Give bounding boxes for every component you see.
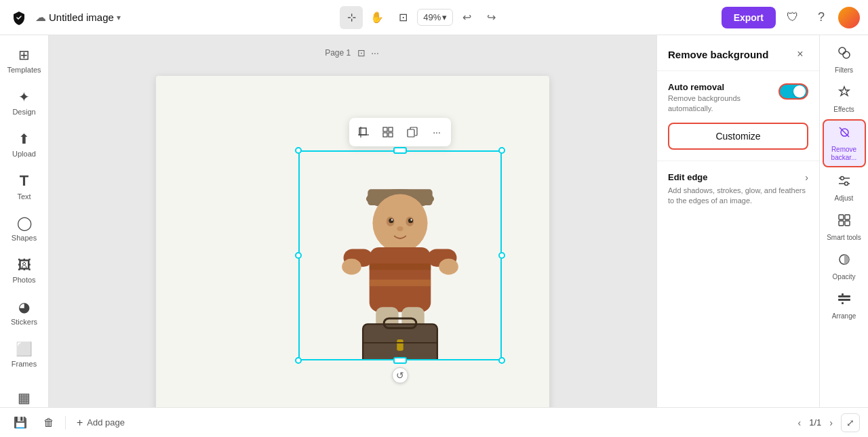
sidebar-item-stickers[interactable]: ◕ Stickers bbox=[3, 293, 46, 333]
handle-bottom-right[interactable] bbox=[498, 357, 505, 364]
zoom-control[interactable]: 49% ▾ bbox=[417, 9, 453, 26]
next-page-button[interactable]: › bbox=[827, 415, 835, 431]
page-label: Page 1 bbox=[325, 48, 351, 58]
sidebar-item-label: Photos bbox=[12, 276, 35, 285]
rp-item-effects[interactable]: Effects bbox=[823, 80, 866, 118]
stickers-icon: ◕ bbox=[18, 299, 30, 315]
sidebar-item-label: Frames bbox=[12, 360, 37, 369]
rp-item-adjust[interactable]: Adjust bbox=[823, 169, 866, 207]
frames-icon: ⬜ bbox=[16, 341, 33, 357]
handle-top-left[interactable] bbox=[295, 147, 302, 154]
document-title[interactable]: Untitled image bbox=[49, 12, 114, 23]
expand-button[interactable]: ⤢ bbox=[841, 413, 860, 432]
topbar: ☁ Untitled image ▾ ⊹ ✋ ⊡ 49% ▾ ↩ ↪ Expor… bbox=[0, 0, 868, 35]
sidebar-item-label: Upload bbox=[12, 150, 36, 159]
avatar[interactable] bbox=[838, 7, 860, 28]
panel-title: Remove background bbox=[668, 49, 768, 60]
sidebar-item-templates[interactable]: ⊞ Templates bbox=[3, 41, 46, 81]
delete-button[interactable]: 🗑 bbox=[38, 414, 60, 432]
svg-rect-41 bbox=[845, 215, 850, 220]
smart-crop-button[interactable] bbox=[376, 121, 399, 144]
customize-button[interactable]: Customize bbox=[668, 123, 808, 150]
duplicate-button[interactable] bbox=[401, 121, 424, 144]
edit-edge-chevron-icon[interactable]: › bbox=[805, 172, 808, 183]
save-to-disk-button[interactable]: 💾 bbox=[8, 413, 33, 432]
opacity-icon bbox=[837, 252, 852, 270]
upload-icon: ⬆ bbox=[18, 131, 30, 147]
delete-icon: 🗑 bbox=[43, 417, 54, 429]
auto-removal-desc: Remove backgrounds automatically. bbox=[668, 93, 773, 115]
effects-icon bbox=[837, 85, 852, 103]
export-button[interactable]: Export bbox=[722, 7, 776, 28]
auto-removal-title: Auto removal bbox=[668, 82, 773, 92]
svg-point-14 bbox=[408, 218, 413, 223]
svg-point-10 bbox=[372, 194, 427, 252]
sidebar-item-photos[interactable]: 🖼 Photos bbox=[3, 251, 46, 291]
redo-button[interactable]: ↪ bbox=[480, 7, 502, 28]
rp-item-label: Remove backar... bbox=[827, 146, 862, 162]
undo-button[interactable]: ↩ bbox=[456, 7, 477, 28]
more-options-button[interactable]: ··· bbox=[425, 121, 448, 144]
prev-page-button[interactable]: ‹ bbox=[795, 415, 804, 431]
svg-rect-43 bbox=[845, 221, 850, 226]
rp-item-remove-bg[interactable]: Remove backar... bbox=[823, 119, 866, 167]
sidebar-item-label: Design bbox=[12, 108, 35, 117]
pan-tool-button[interactable]: ✋ bbox=[366, 6, 389, 29]
image-toolbar: ··· bbox=[349, 118, 451, 146]
sidebar-item-shapes[interactable]: ◯ Shapes bbox=[3, 209, 46, 249]
rotate-handle[interactable]: ↺ bbox=[392, 367, 408, 383]
svg-point-24 bbox=[439, 259, 458, 275]
bottom-separator bbox=[65, 416, 66, 430]
handle-top-center[interactable] bbox=[393, 147, 407, 154]
zoom-chevron-icon: ▾ bbox=[442, 12, 447, 22]
svg-point-35 bbox=[843, 51, 850, 58]
text-icon: T bbox=[20, 172, 28, 190]
select-tool-button[interactable]: ⊹ bbox=[340, 6, 363, 29]
help-button[interactable]: ? bbox=[810, 6, 833, 29]
rp-item-opacity[interactable]: Opacity bbox=[823, 247, 866, 285]
add-page-icon: + bbox=[77, 417, 83, 429]
canvas-tools: ⊹ ✋ ⊡ 49% ▾ ↩ ↪ bbox=[340, 6, 502, 29]
left-sidebar: ⊞ Templates ✦ Design ⬆ Upload T Text ◯ S… bbox=[0, 35, 49, 407]
add-page-button[interactable]: + Add page bbox=[71, 414, 130, 432]
page-copy-button[interactable]: ⊡ bbox=[356, 46, 367, 60]
sidebar-item-frames[interactable]: ⬜ Frames bbox=[3, 335, 46, 375]
svg-rect-3 bbox=[383, 127, 387, 131]
crop-button[interactable] bbox=[352, 121, 375, 144]
templates-icon: ⊞ bbox=[18, 47, 30, 63]
edit-edge-title: Edit edge bbox=[668, 172, 708, 182]
add-page-label: Add page bbox=[87, 417, 125, 428]
svg-point-39 bbox=[844, 182, 848, 185]
handle-middle-right[interactable] bbox=[498, 252, 505, 259]
sidebar-item-text[interactable]: T Text bbox=[3, 167, 46, 207]
selected-image-container[interactable]: ··· ↺ bbox=[298, 150, 502, 360]
svg-point-23 bbox=[342, 259, 361, 275]
right-panel: Filters Effects Remove backar... Adjust … bbox=[819, 35, 868, 407]
sidebar-item-upload[interactable]: ⬆ Upload bbox=[3, 125, 46, 165]
sidebar-item-label: Stickers bbox=[11, 318, 37, 327]
auto-removal-toggle[interactable] bbox=[778, 83, 808, 100]
handle-bottom-center[interactable] bbox=[393, 357, 407, 364]
handle-bottom-left[interactable] bbox=[295, 357, 302, 364]
sidebar-item-design[interactable]: ✦ Design bbox=[3, 83, 46, 123]
design-icon: ✦ bbox=[18, 89, 30, 105]
svg-point-38 bbox=[840, 176, 844, 180]
rp-item-label: Arrange bbox=[832, 312, 856, 320]
rp-item-smart-tools[interactable]: Smart tools bbox=[823, 208, 866, 246]
sidebar-item-label: Shapes bbox=[12, 234, 37, 243]
svg-rect-20 bbox=[370, 280, 431, 287]
shield-icon-button[interactable]: 🛡 bbox=[781, 6, 804, 29]
page-more-button[interactable]: ··· bbox=[370, 46, 380, 60]
logo-button[interactable] bbox=[8, 7, 30, 28]
handle-middle-left[interactable] bbox=[295, 252, 302, 259]
title-chevron-icon[interactable]: ▾ bbox=[117, 13, 121, 22]
sidebar-item-collage[interactable]: ▦ Collage bbox=[3, 383, 46, 407]
svg-rect-42 bbox=[839, 221, 844, 226]
view-options-button[interactable]: ⊡ bbox=[391, 6, 414, 29]
panel-close-button[interactable]: × bbox=[792, 46, 808, 62]
rp-item-arrange[interactable]: Arrange bbox=[823, 287, 866, 325]
handle-top-right[interactable] bbox=[498, 147, 505, 154]
edit-edge-desc: Add shadows, strokes, glow, and feathers… bbox=[668, 186, 808, 207]
svg-rect-46 bbox=[838, 299, 850, 301]
rp-item-filters[interactable]: Filters bbox=[823, 41, 866, 79]
